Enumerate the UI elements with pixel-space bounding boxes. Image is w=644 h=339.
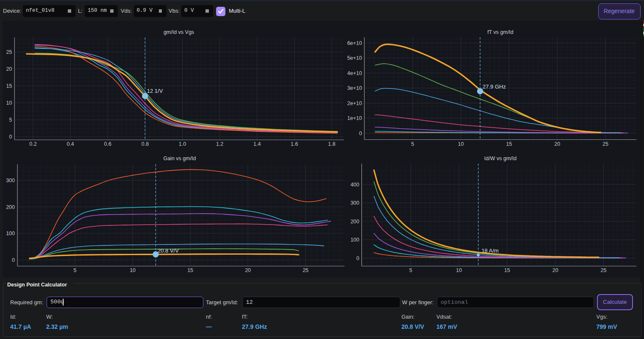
svg-text:4e+10: 4e+10 <box>347 70 362 76</box>
svg-text:1.2: 1.2 <box>216 141 223 147</box>
svg-text:5: 5 <box>409 267 412 273</box>
svg-text:0.2: 0.2 <box>29 141 36 147</box>
svg-text:5: 5 <box>74 267 77 273</box>
svg-text:0: 0 <box>359 131 362 136</box>
svg-text:1.6: 1.6 <box>291 141 298 147</box>
svg-text:20: 20 <box>552 267 558 273</box>
svg-text:5e+10: 5e+10 <box>347 55 362 61</box>
svg-text:0.8: 0.8 <box>142 141 149 147</box>
svg-text:15: 15 <box>504 267 510 273</box>
svg-text:15: 15 <box>6 83 12 89</box>
svg-text:25: 25 <box>6 49 12 55</box>
svg-text:3e+10: 3e+10 <box>347 85 362 91</box>
svg-text:Id/W vs gm/Id: Id/W vs gm/Id <box>484 156 516 161</box>
svg-text:10: 10 <box>6 100 12 106</box>
svg-text:5: 5 <box>9 117 12 123</box>
svg-text:1.4: 1.4 <box>253 141 261 147</box>
svg-text:300: 300 <box>6 178 15 183</box>
svg-text:6e+10: 6e+10 <box>347 40 362 46</box>
svg-text:5: 5 <box>411 141 414 147</box>
svg-text:300: 300 <box>350 200 359 206</box>
svg-text:20: 20 <box>245 267 251 273</box>
svg-text:2e+10: 2e+10 <box>347 100 362 106</box>
svg-text:200: 200 <box>350 219 359 225</box>
svg-text:1e+10: 1e+10 <box>347 115 362 121</box>
svg-text:0: 0 <box>9 134 12 140</box>
svg-text:1.0: 1.0 <box>179 141 186 147</box>
svg-text:10: 10 <box>456 267 462 273</box>
svg-text:25: 25 <box>601 267 607 273</box>
svg-text:15: 15 <box>187 267 193 273</box>
svg-text:200: 200 <box>6 204 15 210</box>
svg-text:20: 20 <box>6 66 12 72</box>
svg-text:0: 0 <box>356 256 359 261</box>
svg-text:20: 20 <box>554 141 560 147</box>
svg-text:10: 10 <box>458 141 464 147</box>
svg-text:1.8: 1.8 <box>328 141 335 147</box>
svg-text:25: 25 <box>303 267 308 273</box>
svg-text:fT vs gm/Id: fT vs gm/Id <box>487 29 514 35</box>
svg-text:100: 100 <box>350 237 359 243</box>
svg-text:18 A/m: 18 A/m <box>481 247 498 254</box>
svg-text:20.8 V/V: 20.8 V/V <box>158 247 179 254</box>
svg-text:12 1/V: 12 1/V <box>147 88 163 94</box>
svg-text:0: 0 <box>12 257 15 263</box>
svg-text:100: 100 <box>6 231 15 236</box>
svg-text:27.9 GHz: 27.9 GHz <box>483 83 506 90</box>
svg-text:gm/Id vs Vgs: gm/Id vs Vgs <box>164 29 194 35</box>
svg-text:25: 25 <box>602 141 608 147</box>
svg-text:0.4: 0.4 <box>67 141 74 147</box>
svg-text:15: 15 <box>506 141 512 147</box>
svg-text:400: 400 <box>350 182 359 188</box>
svg-text:0.6: 0.6 <box>104 141 111 147</box>
svg-text:10: 10 <box>130 267 136 273</box>
svg-text:Gain vs gm/Id: Gain vs gm/Id <box>163 156 196 161</box>
